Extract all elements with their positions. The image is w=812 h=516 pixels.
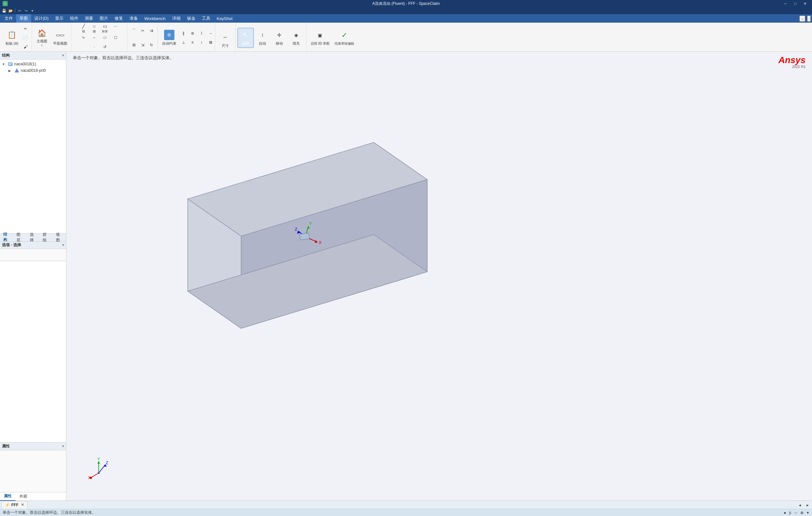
ribbon-minimize-button[interactable]: ▲ bbox=[800, 16, 805, 22]
bottom-tab-close-button[interactable]: ✕ bbox=[21, 503, 24, 507]
bottom-nav: ◂ ▸ bbox=[796, 502, 811, 508]
dimension-button[interactable]: ↔ 尺寸 bbox=[217, 30, 233, 50]
menu-image[interactable]: 图片 bbox=[96, 14, 111, 23]
menu-keyshot[interactable]: KeyShot bbox=[213, 14, 236, 23]
menu-prepare[interactable]: 准备 bbox=[126, 14, 141, 23]
bottom-tab-label: FFF bbox=[11, 503, 19, 507]
menu-tools[interactable]: 工具 bbox=[199, 14, 213, 23]
quick-toolbar-dropdown[interactable]: ▾ bbox=[29, 8, 35, 13]
menu-design[interactable]: 设计(D) bbox=[31, 14, 52, 23]
mirror-button[interactable]: ↺ bbox=[100, 43, 110, 52]
menu-detail[interactable]: 详细 bbox=[169, 14, 184, 23]
menu-component[interactable]: 组件 bbox=[67, 14, 82, 23]
fixed-button[interactable]: ⊠ bbox=[206, 38, 215, 47]
cut-button[interactable]: ✂ bbox=[21, 25, 30, 33]
structure-panel: 结构 ▾ ▼ naca0018(1) ▶ na bbox=[0, 52, 66, 233]
save-button[interactable]: 💾 bbox=[1, 8, 7, 13]
move-icon: ✛ bbox=[274, 30, 285, 40]
offset-button[interactable]: ⇉ bbox=[147, 27, 156, 35]
tree-item-naca0018[interactable]: ▼ naca0018(1) bbox=[1, 61, 65, 67]
menu-display[interactable]: 显示 bbox=[52, 14, 67, 23]
polyline-button[interactable]: ⌒ bbox=[110, 24, 121, 33]
end-sketch-button[interactable]: ✓ 结束草绘编辑 bbox=[332, 28, 356, 48]
select-button[interactable]: ↖ 选择 bbox=[237, 28, 254, 48]
orient-items: 🏠 主视图 ▾ ▭▭ 平面视图 bbox=[34, 24, 69, 52]
select-icon: ↖ bbox=[240, 30, 251, 40]
polygon-icon: ⬡ bbox=[112, 34, 119, 41]
fill-button[interactable]: ◈ 填充 bbox=[288, 28, 304, 48]
perpendicular-button[interactable]: ⊥ bbox=[179, 38, 188, 47]
restore-button[interactable]: □ bbox=[791, 1, 800, 6]
pull-button[interactable]: ↕ 拉动 bbox=[254, 28, 270, 48]
format-paint-button[interactable]: 🖌 bbox=[21, 43, 30, 51]
coincident-button[interactable]: ⊚ bbox=[188, 29, 197, 37]
tangent-button[interactable]: ⌇ bbox=[197, 29, 206, 37]
viewport[interactable]: 单击一个对象。双击以选择环边。三连击以选择实体。 Ansys 2022 R1 bbox=[66, 52, 812, 500]
menu-workbench[interactable]: Workbench bbox=[141, 14, 169, 23]
scroll-right-button[interactable]: ▸ bbox=[804, 502, 811, 508]
equal-button[interactable]: ≡ bbox=[188, 38, 197, 47]
menu-repair[interactable]: 修复 bbox=[111, 14, 126, 23]
separator bbox=[15, 8, 15, 13]
trim-button[interactable]: ✂ bbox=[139, 27, 147, 35]
options-collapse[interactable]: ▾ bbox=[62, 243, 64, 247]
props-tab-appearance[interactable]: 外观 bbox=[16, 492, 31, 500]
menu-measure[interactable]: 测量 bbox=[82, 14, 96, 23]
parallel-button[interactable]: ∥ bbox=[179, 29, 188, 37]
rotate-sketch-button[interactable]: ↻ bbox=[147, 41, 156, 49]
move-label: 移动 bbox=[276, 41, 283, 46]
tree-item-naca0018-prt0[interactable]: ▶ naca0018-prt0 bbox=[1, 67, 65, 74]
svg-text:Y: Y bbox=[309, 221, 312, 226]
bottom-tab-fff[interactable]: ⚡ FFF ✕ bbox=[1, 501, 28, 509]
plan-view-button[interactable]: ▭▭ 平面视图 bbox=[51, 28, 69, 48]
horizontal-button[interactable]: → bbox=[206, 29, 215, 37]
menu-sketch[interactable]: 草图 bbox=[16, 14, 31, 23]
auto-constraint-button[interactable]: ⚙ 自动约束 bbox=[160, 28, 179, 48]
line-button[interactable]: ╱ 线 bbox=[78, 24, 89, 33]
circle-button[interactable]: ○ 圆 bbox=[89, 24, 99, 33]
redo-button[interactable]: ↪ bbox=[23, 8, 29, 13]
ellipse-button[interactable]: ⬭ bbox=[100, 33, 110, 42]
props-tab-attributes[interactable]: 属性 bbox=[0, 492, 16, 501]
enable-3d-sketch-button[interactable]: ▣ 启用 3D 草图 bbox=[309, 28, 332, 48]
scroll-left-button[interactable]: ◂ bbox=[796, 502, 803, 508]
dimension-label: 尺寸 bbox=[222, 43, 229, 48]
line-icon: ╱ bbox=[80, 24, 87, 29]
structure-collapse[interactable]: ▾ bbox=[62, 53, 64, 58]
home-view-button[interactable]: 🏠 主视图 ▾ bbox=[34, 28, 50, 48]
point-button[interactable]: · bbox=[89, 43, 99, 52]
tree-expand-1[interactable]: ▼ bbox=[2, 62, 6, 66]
arc-button[interactable]: ⌢ bbox=[89, 33, 99, 42]
svg-marker-23 bbox=[97, 461, 100, 464]
vertical-button[interactable]: ↕ bbox=[197, 38, 206, 47]
fillet-button[interactable]: ⌒ bbox=[130, 27, 138, 35]
spline-button[interactable]: ∿ bbox=[78, 33, 89, 42]
project-button[interactable]: ⊞ bbox=[130, 41, 138, 49]
home-icon: 🏠 bbox=[37, 29, 47, 38]
window-title: A流体流动 (Fluent) - FFF - SpaceClaim bbox=[372, 1, 440, 6]
minimize-button[interactable]: ─ bbox=[781, 1, 790, 6]
menu-file[interactable]: 文件 bbox=[1, 14, 16, 23]
rect-button[interactable]: ▭ 矩形 bbox=[100, 24, 110, 33]
open-button[interactable]: 📂 bbox=[8, 8, 13, 13]
paste-button[interactable]: 📋 粘贴 (A) bbox=[3, 28, 21, 48]
bottom-tab-icon: ⚡ bbox=[5, 503, 10, 507]
move-button[interactable]: ✛ 移动 bbox=[271, 28, 287, 48]
undo-button[interactable]: ↩ bbox=[17, 8, 22, 13]
props-panel: 属性 ▾ 属性 外观 bbox=[0, 442, 66, 500]
point-icon: · bbox=[90, 43, 98, 51]
menu-bar: 文件 草图 设计(D) 显示 组件 测量 图片 修复 准备 Workbench … bbox=[0, 14, 812, 23]
close-button[interactable]: ✕ bbox=[800, 1, 809, 6]
structure-header: 结构 ▾ bbox=[0, 52, 66, 60]
scale-button[interactable]: ⇲ bbox=[139, 41, 147, 49]
help-button[interactable]: ? bbox=[807, 16, 811, 22]
menu-sheetmetal[interactable]: 钣金 bbox=[184, 14, 199, 23]
copy-button[interactable]: 📄 bbox=[21, 34, 30, 42]
left-panel-spacer bbox=[0, 261, 66, 443]
coordinate-axes: Z Y X bbox=[86, 455, 112, 481]
title-left: A bbox=[3, 1, 10, 6]
polygon-button[interactable]: ⬡ bbox=[110, 33, 121, 42]
tree-expand-2[interactable]: ▶ bbox=[8, 69, 13, 72]
end-sketch-label: 结束草绘编辑 bbox=[335, 41, 354, 46]
props-collapse[interactable]: ▾ bbox=[62, 444, 64, 448]
